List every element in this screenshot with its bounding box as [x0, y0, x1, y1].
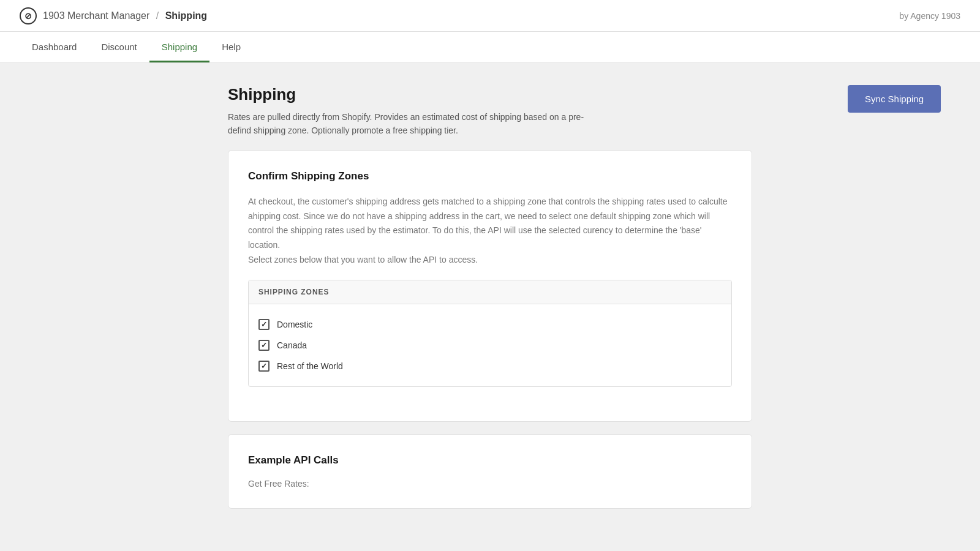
breadcrumb-separator: / — [156, 10, 159, 21]
shipping-zones-header: SHIPPING ZONES — [249, 280, 731, 304]
main-content: Shipping Rates are pulled directly from … — [0, 63, 980, 545]
shipping-zones-card: Confirm Shipping Zones At checkout, the … — [228, 150, 752, 422]
sync-shipping-button[interactable]: Sync Shipping — [848, 85, 941, 113]
page-header: Shipping Rates are pulled directly from … — [20, 63, 960, 150]
api-calls-card: Example API Calls Get Free Rates: — [228, 434, 752, 509]
zone-label-rest-of-world: Rest of the World — [277, 361, 343, 371]
tab-discount[interactable]: Discount — [89, 32, 149, 62]
top-bar-left: ⊘ 1903 Merchant Manager / Shipping — [20, 7, 207, 24]
zone-label-domestic: Domestic — [277, 320, 312, 329]
breadcrumb-app-title: 1903 Merchant Manager — [43, 10, 149, 21]
tab-help[interactable]: Help — [209, 32, 253, 62]
zone-checkbox-canada[interactable] — [258, 340, 270, 351]
zone-item-rest-of-world: Rest of the World — [258, 356, 722, 377]
zone-label-canada: Canada — [277, 340, 307, 350]
shipping-zones-body: Domestic Canada Rest of the World — [249, 304, 731, 386]
breadcrumb: 1903 Merchant Manager / Shipping — [43, 10, 207, 21]
tab-dashboard[interactable]: Dashboard — [20, 32, 89, 62]
zone-item-domestic: Domestic — [258, 314, 722, 335]
api-calls-card-title: Example API Calls — [248, 454, 732, 467]
zone-checkbox-domestic[interactable] — [258, 319, 270, 330]
shipping-zones-card-description: At checkout, the customer's shipping add… — [248, 195, 732, 268]
top-bar: ⊘ 1903 Merchant Manager / Shipping by Ag… — [0, 0, 980, 32]
tab-shipping[interactable]: Shipping — [149, 32, 209, 62]
shipping-zones-card-title: Confirm Shipping Zones — [248, 170, 732, 182]
get-free-rates-label: Get Free Rates: — [248, 479, 732, 489]
app-icon: ⊘ — [20, 7, 37, 24]
zone-checkbox-rest-of-world[interactable] — [258, 361, 270, 372]
page-description: Rates are pulled directly from Shopify. … — [228, 110, 669, 138]
nav-tabs: Dashboard Discount Shipping Help — [0, 32, 980, 63]
breadcrumb-current: Shipping — [165, 10, 207, 21]
zone-item-canada: Canada — [258, 335, 722, 356]
byline: by Agency 1903 — [899, 11, 960, 21]
sync-button-container: Sync Shipping — [848, 85, 941, 113]
page-title: Shipping — [228, 85, 752, 104]
content-area: Confirm Shipping Zones At checkout, the … — [20, 150, 960, 545]
shipping-zones-box: SHIPPING ZONES Domestic Canada Rest of t… — [248, 280, 732, 387]
